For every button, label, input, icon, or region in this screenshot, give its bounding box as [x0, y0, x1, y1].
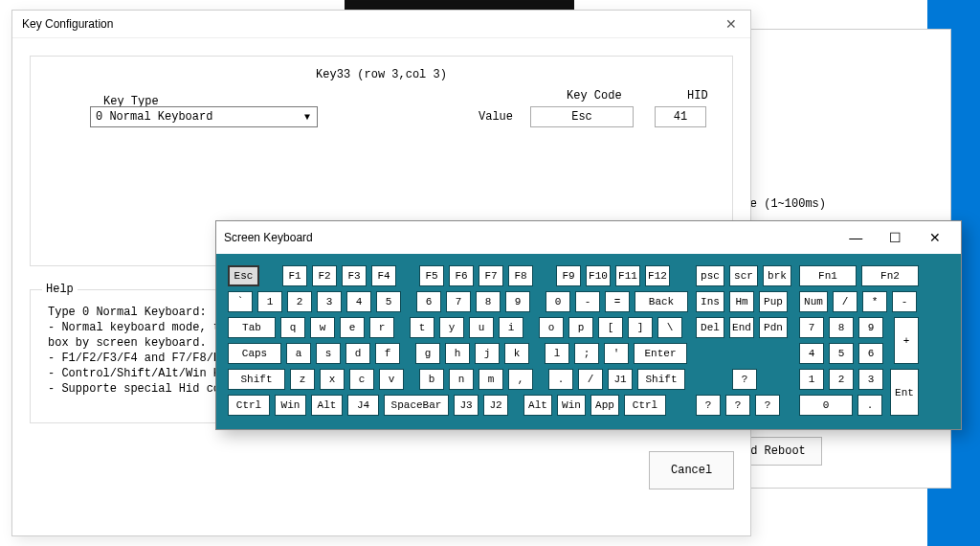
keyboard-key[interactable]: u — [469, 317, 494, 338]
keyboard-key[interactable]: J2 — [483, 395, 508, 416]
keyboard-key[interactable]: 6 — [416, 291, 441, 312]
keyboard-key[interactable]: F4 — [371, 265, 396, 286]
keyboard-key[interactable]: Num — [799, 291, 828, 312]
keyboard-key[interactable]: 5 — [829, 343, 854, 364]
keyboard-key[interactable]: ? — [696, 395, 721, 416]
keyboard-key[interactable]: t — [410, 317, 434, 338]
keyboard-key[interactable]: F2 — [312, 265, 337, 286]
keyboard-key[interactable]: r — [369, 317, 394, 338]
keyboard-key[interactable]: 3 — [858, 369, 883, 390]
keyboard-key[interactable]: e — [340, 317, 365, 338]
keyboard-key[interactable]: h — [445, 343, 470, 364]
keyboard-key[interactable]: s — [316, 343, 341, 364]
keyboard-key[interactable]: . — [858, 395, 882, 416]
close-icon[interactable]: ✕ — [917, 227, 953, 248]
keyboard-key[interactable]: 5 — [376, 291, 401, 312]
keyboard-key[interactable]: Fn2 — [861, 265, 919, 286]
keyboard-key[interactable]: Esc — [228, 265, 259, 286]
keyboard-key[interactable]: App — [590, 395, 619, 416]
keyboard-key[interactable]: F11 — [615, 265, 640, 286]
keyboard-key[interactable]: SpaceBar — [384, 395, 449, 416]
keyboard-key[interactable]: m — [479, 369, 503, 390]
keyboard-key[interactable]: Del — [696, 317, 724, 338]
maximize-icon[interactable]: ☐ — [878, 227, 914, 248]
keyboard-key[interactable]: q — [280, 317, 305, 338]
keyboard-key[interactable]: p — [568, 317, 593, 338]
keyboard-key[interactable]: Shift — [637, 369, 685, 390]
keyboard-key[interactable]: d — [345, 343, 370, 364]
keyboard-key[interactable]: \ — [657, 317, 682, 338]
keyboard-key[interactable]: 1 — [257, 291, 282, 312]
keyboard-key[interactable]: F5 — [419, 265, 444, 286]
keyboard-key[interactable]: i — [499, 317, 523, 338]
keyboard-key[interactable]: . — [548, 369, 573, 390]
keyboard-key[interactable]: scr — [729, 265, 758, 286]
keyboard-key[interactable]: brk — [763, 265, 791, 286]
key-configuration-titlebar[interactable]: Key Configuration ✕ — [12, 11, 750, 38]
keyboard-key[interactable]: Alt — [523, 395, 552, 416]
keyboard-key[interactable]: / — [578, 369, 603, 390]
keyboard-key[interactable]: F9 — [556, 265, 581, 286]
keyboard-key[interactable]: z — [290, 369, 315, 390]
keyboard-key[interactable]: F12 — [645, 265, 670, 286]
cancel-button[interactable]: Cancel — [649, 451, 734, 489]
keyboard-key[interactable]: J4 — [347, 395, 379, 416]
keyboard-key[interactable]: F1 — [282, 265, 307, 286]
keyboard-key[interactable]: b — [419, 369, 444, 390]
keyboard-key[interactable]: 4 — [799, 343, 824, 364]
keyboard-key[interactable]: / — [833, 291, 858, 312]
keyboard-key[interactable]: - — [892, 291, 917, 312]
keyboard-key[interactable]: = — [605, 291, 630, 312]
keyboard-key[interactable]: j — [475, 343, 500, 364]
keyboard-key[interactable]: x — [320, 369, 345, 390]
keyboard-key[interactable]: F3 — [342, 265, 367, 286]
hid-input[interactable]: 41 — [655, 106, 706, 127]
keyboard-key[interactable]: Alt — [311, 395, 343, 416]
keyboard-key[interactable]: a — [286, 343, 311, 364]
keyboard-key[interactable]: Fn1 — [799, 265, 857, 286]
minimize-icon[interactable]: — — [837, 227, 874, 248]
keyboard-key[interactable]: J3 — [454, 395, 479, 416]
keyboard-key[interactable]: 8 — [476, 291, 501, 312]
keyboard-key[interactable]: w — [310, 317, 335, 338]
keyboard-key[interactable]: 7 — [799, 317, 824, 338]
keyboard-key[interactable]: psc — [696, 265, 724, 286]
keyboard-key[interactable]: 2 — [829, 369, 854, 390]
keyboard-key[interactable]: c — [349, 369, 374, 390]
keyboard-key[interactable]: Caps — [228, 343, 281, 364]
keyboard-key[interactable]: 9 — [505, 291, 530, 312]
keyboard-key[interactable]: ? — [755, 395, 780, 416]
keyboard-key[interactable]: f — [375, 343, 400, 364]
keyboard-key[interactable]: Enter — [634, 343, 687, 364]
keyboard-key[interactable]: 7 — [446, 291, 471, 312]
keyboard-key[interactable]: Tab — [228, 317, 276, 338]
keyboard-key[interactable]: ; — [574, 343, 599, 364]
keyboard-key[interactable]: v — [379, 369, 404, 390]
keyboard-key[interactable]: Ctrl — [624, 395, 666, 416]
keyboard-key[interactable]: Pdn — [759, 317, 788, 338]
keyboard-key[interactable]: F7 — [479, 265, 503, 286]
keyboard-key[interactable]: ` — [228, 291, 253, 312]
keyboard-key[interactable]: 0 — [799, 395, 853, 416]
keyboard-key[interactable]: l — [545, 343, 569, 364]
keyboard-key[interactable]: y — [439, 317, 464, 338]
screen-keyboard-titlebar[interactable]: Screen Keyboard — ☐ ✕ — [216, 221, 961, 254]
keyboard-key[interactable]: ? — [732, 369, 757, 390]
keyboard-key[interactable]: - — [575, 291, 600, 312]
keyboard-key[interactable]: k — [504, 343, 529, 364]
keyboard-key[interactable]: [ — [598, 317, 623, 338]
key-type-select[interactable]: 0 Normal Keyboard ▼ — [90, 106, 318, 127]
keyboard-key[interactable]: ? — [725, 395, 750, 416]
keyboard-key[interactable]: 1 — [799, 369, 824, 390]
keyboard-key[interactable]: Ins — [696, 291, 724, 312]
keyboard-key[interactable]: o — [539, 317, 564, 338]
keyboard-key[interactable]: ] — [628, 317, 653, 338]
keyboard-key[interactable]: J1 — [608, 369, 633, 390]
keyboard-key[interactable]: F10 — [586, 265, 611, 286]
keyboard-key[interactable]: Back — [635, 291, 688, 312]
key-code-input[interactable]: Esc — [530, 106, 634, 127]
keyboard-key[interactable]: , — [508, 369, 533, 390]
keyboard-key[interactable]: ' — [604, 343, 629, 364]
keyboard-key[interactable]: * — [862, 291, 887, 312]
keyboard-key[interactable]: Hm — [729, 291, 754, 312]
